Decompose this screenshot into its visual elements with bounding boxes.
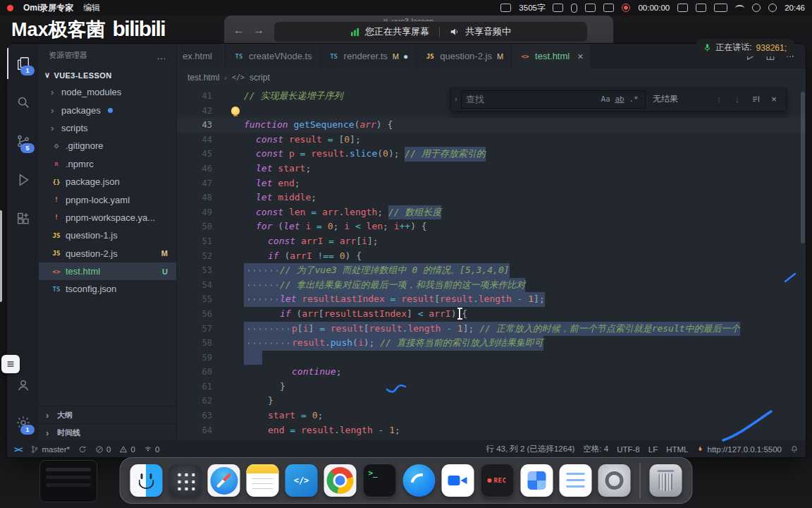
tree-item-packages[interactable]: ›packages [39,101,176,119]
dock-terminal-icon[interactable]: >_ [363,464,397,497]
tab-question-2.js[interactable]: JSquestion-2.jsM [417,44,512,68]
tree-item-scripts[interactable]: ›scripts [39,119,176,137]
status-remote[interactable]: >< [10,441,26,457]
tab-renderer.ts[interactable]: TSrenderer.tsM● [321,44,417,68]
status-encoding[interactable]: UTF-8 [613,441,644,457]
code-line-51[interactable]: 51const arrI = arr[i]; [177,234,806,249]
code-line-52[interactable]: 52if (arrI !== 0) { [177,249,806,264]
code-line-57[interactable]: 57p[i] = result[result.length - 1]; // 正… [177,322,806,337]
close-icon[interactable]: × [577,52,583,61]
line-number[interactable]: 63 [177,409,212,423]
stats-icon[interactable] [500,4,511,12]
line-number[interactable]: 58 [177,336,212,351]
code-line-53[interactable]: 53// 为了vue3 而处理掉数组中 0 的情况。[5,3,4,0] [177,263,806,278]
dock-trash-icon[interactable] [650,464,682,497]
code-line-58[interactable]: 58result.push(i); // 直接将当前的索引放入到结果集即可 [177,336,806,351]
battery-icon[interactable] [714,4,727,12]
code-line-55[interactable]: 55let resultLastIndex = result[result.le… [177,292,806,307]
line-number[interactable]: 48 [177,190,212,205]
match-case-toggle[interactable]: Aa [598,92,613,107]
code-line-64[interactable]: 64end = result.length - 1; [177,423,806,438]
cloud-icon[interactable] [603,4,614,12]
code-line-61[interactable]: 61} [177,380,806,394]
dock-docs-icon[interactable] [560,464,592,497]
tab-createVNode.ts[interactable]: TScreateVNode.ts [226,44,321,68]
status-sync[interactable] [74,441,91,457]
tab-test.html[interactable]: <>test.html× [512,44,591,68]
regex-toggle[interactable]: .* [627,92,641,107]
menubar-menu-edit[interactable]: 编辑 [83,2,100,14]
status-eol[interactable]: LF [644,441,662,457]
find-next-icon[interactable]: ↓ [730,92,745,107]
tree-item-pnpm-workspace.ya...[interactable]: !pnpm-workspace.ya... [39,209,176,226]
line-number[interactable]: 54 [177,278,212,293]
dock-recorder-icon[interactable]: REC [481,464,515,497]
code-line-46[interactable]: 46let start; [177,162,806,176]
sidebar-panel-大纲[interactable]: ›大纲 [39,406,176,423]
find-previous-icon[interactable]: ↑ [711,92,727,107]
dock-meeting-icon[interactable] [442,464,474,497]
menubar-app-name[interactable]: Omi录屏专家 [23,2,73,14]
dock-finder-icon[interactable] [130,464,163,497]
breadcrumb-item[interactable]: script [250,73,270,83]
code-line-60[interactable]: 60continue; [177,365,806,380]
tree-item-question-2.js[interactable]: JSquestion-2.jsM [39,245,176,262]
keyboard-icon[interactable] [553,4,563,12]
tree-item-package.json[interactable]: {}package.json [39,173,176,190]
line-number[interactable]: 43 [177,118,212,133]
code-line-62[interactable]: 62} [177,394,806,409]
dock-vscode-icon[interactable]: </> [285,464,318,497]
dock-launchpad-icon[interactable] [169,464,202,497]
line-number[interactable]: 45 [177,147,212,162]
minimized-window[interactable] [39,460,97,502]
code-line-49[interactable]: 49const len = arr.length; // 数组长度 [177,205,806,220]
more-actions-icon[interactable]: … [156,50,166,61]
dock-settings-icon[interactable] [598,464,631,497]
activity-run-debug-icon[interactable] [7,164,39,195]
code-line-56[interactable]: 56if (arr[resultLastIndex] < arrI) { [177,307,806,322]
activity-extensions-icon[interactable] [7,203,39,234]
tree-item-node-modules[interactable]: ›node_modules [39,83,176,101]
camera-icon[interactable] [677,4,688,12]
code-line-59[interactable]: 59 [177,351,806,365]
line-number[interactable]: 64 [177,423,212,438]
dock-notes-icon[interactable] [247,464,279,497]
line-number[interactable]: 52 [177,249,212,264]
line-number[interactable]: 46 [177,162,212,176]
status-cursor-position[interactable]: 行 43, 列 2 (已选择1264) [481,441,579,457]
whole-word-toggle[interactable]: ab [613,92,627,107]
code-line-44[interactable]: 44const result = [0]; [177,133,806,147]
status-indentation[interactable]: 空格: 4 [579,441,613,457]
find-input[interactable]: 查找 Aaab.* [461,90,646,109]
status-live-server[interactable]: http://127.0.0.1:5500 [692,441,786,457]
line-number[interactable]: 47 [177,176,212,191]
line-number[interactable]: 44 [177,133,212,147]
control-center-icon[interactable] [768,4,777,12]
chat-icon[interactable] [696,4,706,12]
activity-source-control-icon[interactable]: 5 [7,126,39,157]
line-number[interactable]: 61 [177,380,212,394]
status-notifications[interactable] [786,441,803,457]
status-errors[interactable]: 0 [91,441,115,457]
editor-scrollbar[interactable] [801,92,805,243]
recorder-toolbar-button[interactable] [1,355,20,373]
sidebar-panel-时间线[interactable]: ›时间线 [39,423,176,441]
project-root-folder[interactable]: ∨ VUE3-LESSON [39,67,176,83]
activity-settings-icon[interactable]: 1 [7,407,39,438]
tree-item-test.html[interactable]: <>test.htmlU [39,262,176,280]
line-number[interactable]: 59 [177,351,212,365]
code-line-50[interactable]: 50for (let i = 0; i < len; i++) { [177,219,806,234]
close-icon[interactable]: × [766,92,782,107]
status-warnings[interactable]: 0 [115,441,139,457]
display-icon[interactable] [585,4,596,12]
back-arrow[interactable]: ← [233,24,245,37]
line-number[interactable]: 55 [177,292,212,307]
code-line-47[interactable]: 47let end; [177,176,806,191]
activity-explorer-icon[interactable]: 1 [7,48,39,79]
wifi-icon[interactable] [735,5,744,11]
search-icon[interactable] [752,4,761,12]
status-language-mode[interactable]: HTML [662,441,692,457]
line-number[interactable]: 50 [177,219,212,234]
forward-arrow[interactable]: → [253,24,264,37]
status-ports[interactable]: 0 [140,441,164,457]
